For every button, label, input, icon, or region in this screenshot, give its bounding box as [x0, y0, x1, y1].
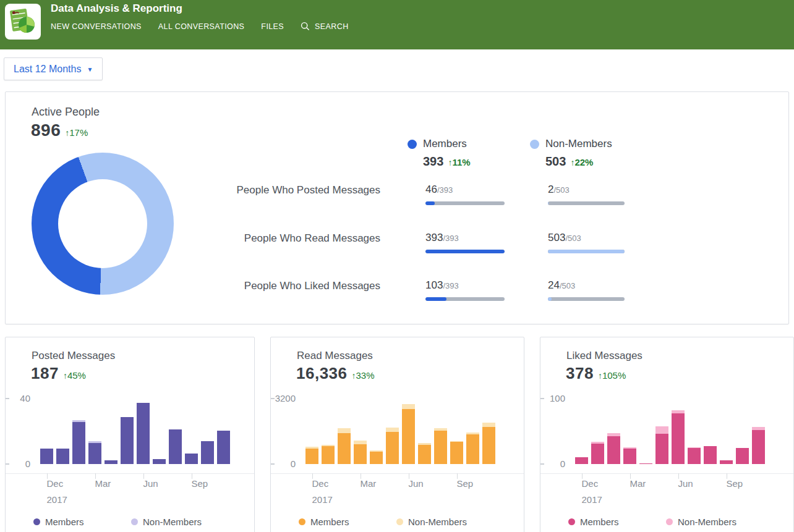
- bar-Oct: [201, 441, 214, 464]
- bar-chart-plot: [40, 394, 230, 464]
- bar-Nov: [217, 431, 230, 464]
- time-range-dropdown[interactable]: Last 12 Months ▼: [4, 57, 103, 80]
- non-members-column-header: Non-Members 503 ↑22%: [530, 138, 647, 169]
- bar-Feb: [72, 420, 85, 464]
- x-axis-year-label: 2017: [312, 494, 333, 505]
- x-axis-label: Dec: [312, 478, 329, 489]
- y-axis-min-label: 0: [540, 458, 565, 469]
- metric-non-members-cell: 2/503: [548, 184, 625, 205]
- bar-Jul: [688, 447, 701, 464]
- bar-Nov: [482, 423, 495, 464]
- read-messages-card: Read Messages 16,336 ↑33% 3200 0 Dec2017…: [270, 337, 524, 532]
- bar-Jan: [322, 445, 335, 464]
- active-people-total: 896: [31, 120, 61, 140]
- bar-Mar: [354, 441, 367, 464]
- bar-Oct: [736, 448, 749, 464]
- x-axis-label: Mar: [630, 478, 646, 489]
- active-people-delta: ↑17%: [65, 127, 88, 138]
- metric-row-liked: People Who Liked Messages 103/393 24/503: [6, 279, 788, 306]
- metric-label: People Who Posted Messages: [6, 184, 380, 196]
- x-axis-label: Dec: [582, 478, 599, 489]
- up-arrow-icon: ↑: [63, 371, 67, 381]
- bar-Jun: [672, 410, 685, 464]
- nav-new-conversations[interactable]: NEW CONVERSATIONS: [51, 22, 142, 31]
- bar-Aug: [169, 429, 182, 465]
- y-axis-min-label: 0: [271, 458, 296, 469]
- app-logo[interactable]: [5, 4, 41, 40]
- members-value: 393: [423, 154, 443, 169]
- non-members-label: Non-Members: [545, 138, 612, 150]
- non-members-delta: ↑22%: [570, 157, 593, 167]
- analytics-logo-icon: [7, 6, 38, 37]
- members-donut-chart: [32, 153, 174, 295]
- x-axis-year-label: 2017: [47, 494, 67, 505]
- up-arrow-icon: ↑: [598, 371, 602, 381]
- members-legend-dot: [299, 518, 305, 525]
- x-axis-line: [540, 473, 793, 474]
- bar-Apr: [639, 463, 652, 464]
- legend-non-members: Non-Members: [131, 517, 202, 527]
- bar-Apr: [370, 450, 383, 464]
- metric-members-cell: 393/393: [425, 232, 505, 253]
- chart-delta: ↑45%: [63, 370, 86, 381]
- bar-chart-plot: [575, 394, 765, 464]
- metric-row-read: People Who Read Messages 393/393 503/503: [6, 232, 788, 259]
- y-axis-max-label: 3200: [271, 393, 296, 403]
- legend-members: Members: [33, 517, 84, 527]
- y-axis-min-label: 0: [6, 458, 30, 469]
- bar-Jun: [137, 403, 150, 464]
- y-axis-max-label: 100: [540, 393, 565, 403]
- main-nav: NEW CONVERSATIONS ALL CONVERSATIONS FILE…: [51, 22, 349, 31]
- non-members-legend-dot: [530, 140, 539, 149]
- x-axis-label: Mar: [95, 478, 111, 489]
- chart-total: 16,336: [296, 364, 348, 383]
- nav-search[interactable]: SEARCH: [301, 22, 349, 31]
- bar-Feb: [607, 433, 620, 464]
- chart-delta: ↑105%: [598, 370, 626, 381]
- progress-bar: [425, 297, 505, 301]
- active-people-card: Active People 896 ↑17% Members 393 ↑11% …: [5, 91, 789, 324]
- bar-Sep: [185, 454, 198, 464]
- legend-members: Members: [299, 517, 349, 527]
- up-arrow-icon: ↑: [352, 371, 356, 381]
- bar-chart-plot: [305, 394, 495, 464]
- dashboard-screen: Data Analysis & Reporting NEW CONVERSATI…: [0, 0, 794, 532]
- members-delta: ↑11%: [448, 157, 470, 167]
- bar-Feb: [338, 428, 351, 464]
- progress-bar: [548, 250, 625, 253]
- members-legend-dot: [408, 140, 417, 149]
- x-axis-year-label: 2017: [582, 494, 602, 505]
- non-members-legend-dot: [396, 518, 403, 525]
- chevron-down-icon: ▼: [87, 66, 93, 73]
- bar-Oct: [466, 433, 479, 464]
- progress-bar: [425, 250, 505, 253]
- members-legend-dot: [568, 518, 575, 525]
- chart-title: Posted Messages: [32, 350, 115, 362]
- legend-non-members: Non-Members: [396, 517, 467, 527]
- chart-delta: ↑33%: [352, 370, 375, 381]
- metric-label: People Who Read Messages: [6, 232, 380, 245]
- chart-title: Read Messages: [297, 350, 373, 362]
- x-axis-line: [271, 473, 524, 474]
- non-members-value: 503: [545, 154, 566, 169]
- members-column-header: Members 393 ↑11%: [408, 138, 525, 169]
- metric-members-cell: 46/393: [425, 184, 505, 205]
- members-label: Members: [423, 138, 467, 150]
- x-axis-label: Sep: [727, 478, 743, 489]
- posted-messages-card: Posted Messages 187 ↑45% 40 0 Dec2017Mar…: [5, 337, 255, 532]
- legend-members: Members: [568, 517, 619, 527]
- bar-Jan: [591, 442, 604, 464]
- bar-Dec: [305, 447, 318, 464]
- nav-files[interactable]: FILES: [261, 22, 284, 31]
- nav-all-conversations[interactable]: ALL CONVERSATIONS: [158, 22, 244, 31]
- bar-Dec: [40, 449, 53, 464]
- bar-Mar: [88, 441, 101, 464]
- metric-label: People Who Liked Messages: [6, 280, 380, 292]
- nav-search-label: SEARCH: [315, 22, 349, 31]
- metric-row-posted: People Who Posted Messages 46/393 2/503: [6, 184, 788, 211]
- chart-total: 187: [31, 364, 59, 383]
- progress-bar: [425, 201, 505, 205]
- chart-title: Liked Messages: [566, 350, 642, 362]
- x-axis-label: Dec: [47, 478, 64, 489]
- progress-bar: [548, 201, 625, 205]
